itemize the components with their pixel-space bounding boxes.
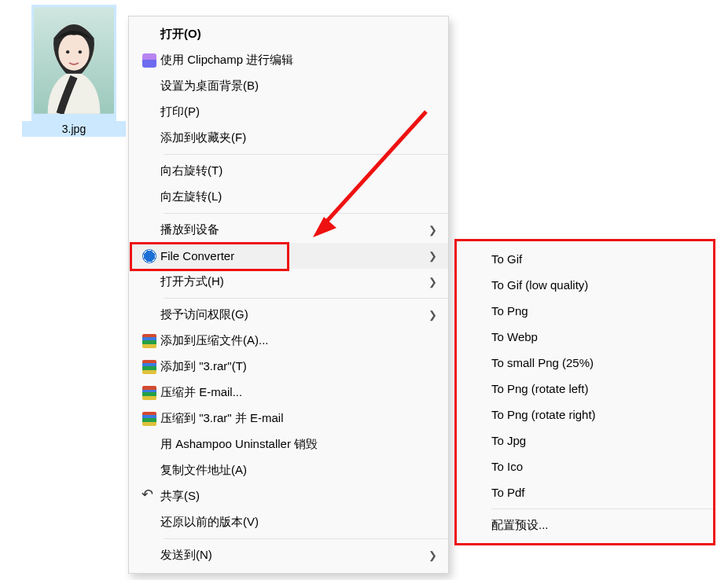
menu-add-favorites[interactable]: 添加到收藏夹(F) (129, 125, 448, 151)
winrar-icon (142, 334, 156, 348)
menu-rotate-left[interactable]: 向左旋转(L) (129, 184, 448, 210)
submenu-to-png-rotate-right[interactable]: To Png (rotate right) (457, 402, 713, 428)
menu-clipchamp[interactable]: 使用 Clipchamp 进行编辑 (129, 47, 448, 73)
file-name-label: 3.jpg (22, 121, 126, 137)
chevron-right-icon: ❯ (428, 549, 437, 561)
submenu-to-gif-low[interactable]: To Gif (low quality) (457, 272, 713, 298)
menu-copy-path[interactable]: 复制文件地址(A) (129, 457, 448, 483)
context-menu: 打开(O) 使用 Clipchamp 进行编辑 设置为桌面背景(B) 打印(P)… (128, 16, 449, 574)
menu-cast-to-device[interactable]: 播放到设备 ❯ (129, 217, 448, 243)
submenu-to-png[interactable]: To Png (457, 298, 713, 324)
file-converter-icon (142, 249, 156, 263)
chevron-right-icon: ❯ (428, 276, 437, 288)
menu-grant-access[interactable]: 授予访问权限(G) ❯ (129, 302, 448, 328)
menu-rotate-right[interactable]: 向右旋转(T) (129, 158, 448, 184)
menu-separator (491, 508, 713, 509)
chevron-right-icon: ❯ (428, 309, 437, 321)
menu-print[interactable]: 打印(P) (129, 99, 448, 125)
menu-separator (164, 298, 448, 299)
clipchamp-icon (142, 53, 156, 68)
menu-separator (164, 213, 448, 214)
chevron-right-icon: ❯ (428, 224, 437, 236)
submenu-configure-presets[interactable]: 配置预设... (457, 512, 713, 538)
thumbnail-image (33, 6, 115, 115)
submenu-to-gif[interactable]: To Gif (457, 246, 713, 272)
submenu-to-pdf[interactable]: To Pdf (457, 479, 713, 505)
menu-separator (164, 538, 448, 539)
winrar-icon (142, 412, 156, 426)
menu-open[interactable]: 打开(O) (129, 21, 448, 47)
menu-add-to-3rar[interactable]: 添加到 "3.rar"(T) (129, 354, 448, 380)
winrar-icon (142, 386, 156, 400)
submenu-to-png-rotate-left[interactable]: To Png (rotate left) (457, 376, 713, 402)
menu-compress-email[interactable]: 压缩并 E-mail... (129, 380, 448, 406)
menu-add-to-archive[interactable]: 添加到压缩文件(A)... (129, 328, 448, 354)
file-item[interactable]: 3.jpg (22, 5, 126, 137)
menu-restore-previous[interactable]: 还原以前的版本(V) (129, 509, 448, 535)
menu-set-background[interactable]: 设置为桌面背景(B) (129, 73, 448, 99)
menu-send-to[interactable]: 发送到(N) ❯ (129, 542, 448, 568)
menu-share[interactable]: 共享(S) (129, 483, 448, 509)
submenu-to-jpg[interactable]: To Jpg (457, 428, 713, 453)
menu-ashampoo-shred[interactable]: 用 Ashampoo Uninstaller 销毁 (129, 431, 448, 457)
submenu-to-webp[interactable]: To Webp (457, 324, 713, 350)
svg-point-4 (79, 50, 82, 53)
file-converter-submenu: To Gif To Gif (low quality) To Png To We… (454, 239, 715, 545)
menu-file-converter[interactable]: File Converter ❯ (129, 243, 448, 269)
winrar-icon (142, 360, 156, 374)
menu-separator (164, 154, 448, 155)
menu-open-with[interactable]: 打开方式(H) ❯ (129, 269, 448, 295)
chevron-right-icon: ❯ (428, 250, 437, 262)
svg-point-3 (66, 50, 69, 53)
share-icon (142, 490, 156, 504)
menu-compress-3rar-email[interactable]: 压缩到 "3.rar" 并 E-mail (129, 406, 448, 431)
submenu-to-ico[interactable]: To Ico (457, 453, 713, 479)
submenu-to-small-png[interactable]: To small Png (25%) (457, 350, 713, 376)
